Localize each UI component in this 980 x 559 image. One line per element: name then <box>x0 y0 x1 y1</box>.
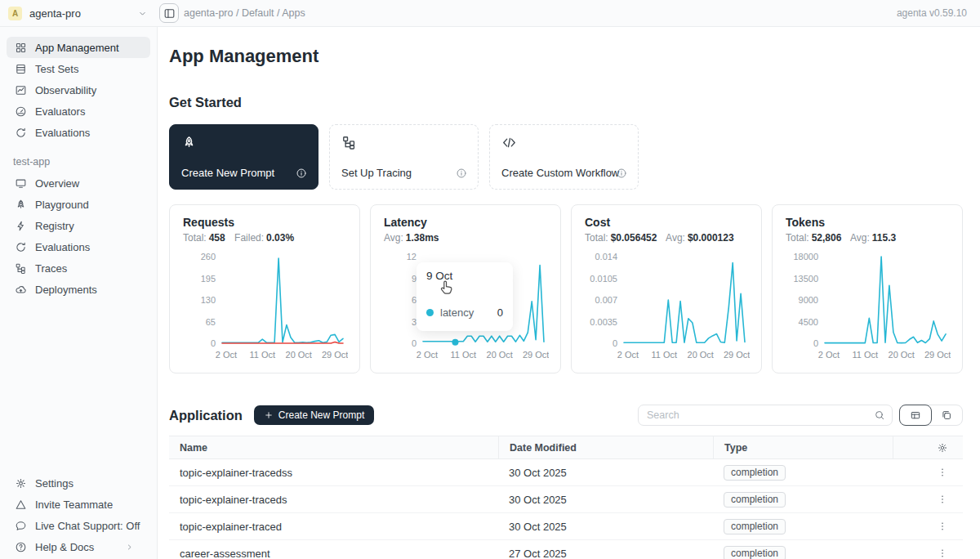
svg-text:18000: 18000 <box>793 252 818 262</box>
app-date: 30 Oct 2025 <box>498 467 713 479</box>
sidebar-item-invite-teammate[interactable]: Invite Teammate <box>7 494 150 515</box>
svg-text:29 Oct: 29 Oct <box>523 350 549 360</box>
chat-icon <box>15 520 27 532</box>
tokens-chart[interactable]: 04500900013500180002 Oct11 Oct20 Oct29 O… <box>786 248 949 374</box>
set-up-tracing-card[interactable]: Set Up Tracing <box>329 124 479 190</box>
sidebar-item-help-docs[interactable]: Help & Docs <box>7 536 150 557</box>
svg-text:4500: 4500 <box>799 317 818 327</box>
type-badge: completion <box>724 546 786 559</box>
svg-text:20 Oct: 20 Oct <box>688 350 714 360</box>
row-menu-button[interactable] <box>937 521 963 532</box>
application-title: Application <box>169 408 243 423</box>
sidebar-item-label: Overview <box>35 177 79 190</box>
sidebar-item-test-sets[interactable]: Test Sets <box>7 58 150 79</box>
chevron-down-icon <box>137 8 148 19</box>
sidebar-item-label: Deployments <box>35 284 97 296</box>
table-row[interactable]: topic-explainer-tracedss 30 Oct 2025 com… <box>169 459 963 486</box>
tooltip-value: 0 <box>497 306 503 319</box>
svg-text:2 Oct: 2 Oct <box>818 350 840 360</box>
sidebar-item-label: Evaluations <box>35 241 90 253</box>
gear-icon <box>937 442 948 454</box>
svg-text:29 Oct: 29 Oct <box>924 350 951 360</box>
create-custom-workflow-card[interactable]: Create Custom Workflow <box>489 124 639 190</box>
tokens-card: Tokens Total:52,806 Avg:115.3 0450090001… <box>772 204 963 373</box>
sidebar-item-observability[interactable]: Observability <box>7 79 150 101</box>
table-view-button[interactable] <box>899 405 932 426</box>
search-box[interactable] <box>638 405 893 426</box>
mouse-cursor-icon <box>438 279 456 297</box>
sidebar-item-traces[interactable]: Traces <box>7 257 150 279</box>
row-menu-button[interactable] <box>937 494 963 505</box>
column-header-name[interactable]: Name <box>169 436 498 458</box>
sidebar-item-deployments[interactable]: Deployments <box>7 279 150 300</box>
tooltip-row: latency 0 <box>426 306 503 319</box>
breadcrumb: agenta-pro / Default / Apps <box>184 7 305 19</box>
search-icon[interactable] <box>874 409 885 421</box>
svg-text:2 Oct: 2 Oct <box>216 350 237 360</box>
sidebar-item-label: App Management <box>35 42 119 54</box>
applications-table: Name Date Modified Type topic-explainer-… <box>169 436 963 559</box>
top-bar: A agenta-pro agenta-pro / Default / Apps… <box>0 0 980 27</box>
sidebar-toggle-button[interactable] <box>159 3 179 23</box>
type-badge: completion <box>724 519 786 534</box>
sidebar-item-project-evaluations[interactable]: Evaluations <box>7 236 150 257</box>
card-label: Set Up Tracing <box>341 167 412 179</box>
svg-text:29 Oct: 29 Oct <box>724 350 750 360</box>
svg-text:11 Oct: 11 Oct <box>250 350 276 360</box>
svg-text:65: 65 <box>206 317 216 327</box>
cost-chart[interactable]: 00.00350.0070.01050.0142 Oct11 Oct20 Oct… <box>585 248 748 374</box>
cost-card: Cost Total:$0.056452 Avg:$0.000123 00.00… <box>571 204 762 373</box>
chart-stats: Total:52,806 Avg:115.3 <box>786 232 949 244</box>
chart-title: Tokens <box>786 216 949 229</box>
type-badge: completion <box>724 492 786 508</box>
info-icon[interactable] <box>456 168 467 179</box>
rocket-icon <box>181 135 197 150</box>
svg-text:260: 260 <box>201 252 216 262</box>
workspace-avatar: A <box>8 7 22 20</box>
table-row[interactable]: career-assessment 27 Oct 2025 completion <box>169 540 963 559</box>
sidebar-item-settings[interactable]: Settings <box>7 472 150 494</box>
sidebar-item-evaluators[interactable]: Evaluators <box>7 101 150 122</box>
sidebar-item-live-chat-support[interactable]: Live Chat Support: Off <box>7 515 150 536</box>
column-header-type[interactable]: Type <box>713 436 893 458</box>
chart-stats: Total:$0.056452 Avg:$0.000123 <box>585 232 748 244</box>
svg-text:2 Oct: 2 Oct <box>617 350 639 360</box>
cloud-icon <box>15 284 27 296</box>
gauge-icon <box>15 105 27 118</box>
svg-text:9000: 9000 <box>799 295 818 305</box>
sidebar-item-playground[interactable]: Playground <box>7 194 150 215</box>
svg-text:0: 0 <box>211 338 216 348</box>
series-dot <box>426 309 434 316</box>
create-new-prompt-button[interactable]: Create New Prompt <box>254 405 374 425</box>
tree-icon <box>341 135 357 150</box>
info-icon[interactable] <box>616 168 627 179</box>
sidebar-item-app-management[interactable]: App Management <box>7 37 150 58</box>
row-menu-button[interactable] <box>937 548 963 559</box>
sidebar-item-label: Test Sets <box>35 63 78 75</box>
create-new-prompt-card[interactable]: Create New Prompt <box>169 124 318 190</box>
sidebar-item-evaluations[interactable]: Evaluations <box>7 122 150 143</box>
svg-text:20 Oct: 20 Oct <box>889 350 915 360</box>
row-menu-button[interactable] <box>937 467 963 478</box>
column-settings-button[interactable] <box>893 436 963 458</box>
table-header: Name Date Modified Type <box>169 436 963 459</box>
code-icon <box>501 135 517 150</box>
search-input[interactable] <box>647 409 874 421</box>
sidebar-item-registry[interactable]: Registry <box>7 215 150 236</box>
workspace-selector[interactable]: A agenta-pro <box>0 7 158 20</box>
svg-text:0.014: 0.014 <box>595 252 617 262</box>
grid-icon <box>15 42 27 54</box>
table-row[interactable]: topic-explainer-traceds 30 Oct 2025 comp… <box>169 486 963 513</box>
app-name: career-assessment <box>169 548 498 559</box>
svg-text:0.0035: 0.0035 <box>590 317 617 327</box>
monitor-icon <box>15 177 27 190</box>
info-icon[interactable] <box>296 168 307 179</box>
sidebar-item-overview[interactable]: Overview <box>7 172 150 194</box>
requests-chart[interactable]: 0651301952602 Oct11 Oct20 Oct29 Oct <box>183 248 346 374</box>
card-view-button[interactable] <box>931 405 962 425</box>
column-header-date-modified[interactable]: Date Modified <box>498 436 713 458</box>
requests-card: Requests Total:458 Failed:0.03% 06513019… <box>169 204 360 373</box>
workspace-name: agenta-pro <box>29 7 81 20</box>
svg-text:29 Oct: 29 Oct <box>322 350 348 360</box>
table-row[interactable]: topic-explainer-traced 30 Oct 2025 compl… <box>169 513 963 540</box>
